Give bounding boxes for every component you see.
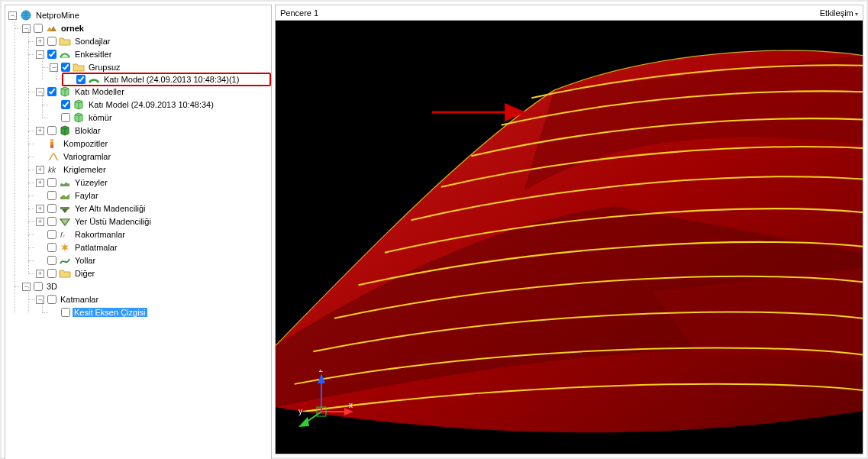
tree-node-yuzeyler[interactable]: + Yüzeyler bbox=[36, 176, 269, 189]
tree-label: Bloklar bbox=[73, 126, 102, 135]
collapse-icon[interactable]: − bbox=[36, 296, 44, 304]
tree-checkbox[interactable] bbox=[34, 282, 43, 291]
composite-icon bbox=[47, 137, 60, 150]
axis-gizmo[interactable]: z x y bbox=[298, 370, 360, 431]
spacer bbox=[50, 309, 58, 317]
tree-checkbox[interactable] bbox=[34, 24, 43, 33]
tree-node-katmanlar[interactable]: − Katmanlar bbox=[36, 293, 269, 305]
tree-label: kömür bbox=[87, 113, 114, 122]
tree-label: NetproMine bbox=[34, 11, 81, 20]
tree-checkbox[interactable] bbox=[47, 295, 56, 304]
tree-label: ornek bbox=[60, 24, 86, 33]
tree-node-yollar[interactable]: Yollar bbox=[36, 254, 269, 267]
tree-node-sondajlar[interactable]: + Sondajlar bbox=[36, 35, 269, 47]
tree-label: Diğer bbox=[73, 269, 96, 278]
block-icon bbox=[59, 124, 71, 137]
svg-text:kk: kk bbox=[48, 166, 56, 174]
tree-node-root[interactable]: − NetproMine bbox=[8, 9, 269, 21]
fitting-icon: fᵣ bbox=[59, 228, 71, 241]
viewport-header: Pencere 1 Etkileşim bbox=[276, 5, 863, 21]
tree-checkbox[interactable] bbox=[47, 217, 56, 226]
section-green-icon bbox=[88, 73, 100, 86]
tree-label: Yollar bbox=[73, 256, 97, 265]
tree-label: Enkesitler bbox=[73, 50, 113, 59]
tree-checkbox[interactable] bbox=[47, 37, 56, 46]
tree-checkbox[interactable] bbox=[47, 204, 56, 213]
tree-checkbox[interactable] bbox=[47, 269, 56, 278]
tree-label: Katı Model (24.09.2013 10:48:34) bbox=[87, 100, 215, 109]
expand-icon[interactable]: + bbox=[36, 127, 44, 135]
tree-node-enkesitler[interactable]: − Enkesitler bbox=[36, 48, 269, 60]
expand-icon[interactable]: + bbox=[36, 270, 44, 278]
viewport-panel: Pencere 1 Etkileşim bbox=[275, 5, 863, 454]
blast-icon bbox=[59, 241, 71, 254]
expand-icon[interactable]: + bbox=[36, 179, 44, 187]
collapse-icon[interactable]: − bbox=[50, 63, 58, 72]
tree-checkbox[interactable] bbox=[47, 243, 56, 252]
app-frame: − NetproMine − bbox=[0, 0, 868, 459]
collapse-icon[interactable]: − bbox=[8, 11, 17, 20]
tree-checkbox[interactable] bbox=[47, 87, 56, 96]
expand-icon[interactable]: + bbox=[36, 166, 44, 174]
tree-node-patlatmalar[interactable]: Patlatmalar bbox=[36, 241, 269, 254]
tree-checkbox[interactable] bbox=[47, 126, 56, 135]
spacer bbox=[50, 101, 58, 109]
tree-label: Katı Modeller bbox=[73, 87, 126, 96]
tree-node-komur[interactable]: kömür bbox=[50, 112, 269, 124]
kriging-icon: kk bbox=[47, 163, 60, 176]
tree-label: Katmanlar bbox=[59, 295, 100, 304]
project-tree-panel[interactable]: − NetproMine − bbox=[5, 5, 272, 459]
tree-checkbox[interactable] bbox=[61, 308, 70, 317]
tree-node-bloklar[interactable]: + Bloklar bbox=[36, 124, 269, 137]
tree-checkbox[interactable] bbox=[47, 191, 56, 200]
solid-icon bbox=[59, 86, 71, 98]
tree-node-katimodel-enkesit[interactable]: Katı Model (24.09.2013 10:48:34)(1) bbox=[65, 73, 240, 86]
tree-node-diger[interactable]: + Diğer bbox=[36, 267, 269, 280]
tree-node-3d[interactable]: − 3D bbox=[22, 280, 269, 293]
tree-node-grupsuz[interactable]: − Grupsuz bbox=[50, 61, 269, 73]
expand-icon[interactable]: + bbox=[36, 37, 44, 46]
tree-node-kesit-eksen[interactable]: Kesit Eksen Çizgisi bbox=[50, 306, 269, 318]
road-icon bbox=[59, 254, 71, 267]
tree-label: Variogramlar bbox=[62, 152, 112, 161]
spacer bbox=[36, 140, 44, 148]
viewport-3d[interactable]: z x y bbox=[276, 21, 863, 454]
tree-node-yeralti[interactable]: + Yer Altı Madenciliği bbox=[36, 202, 269, 215]
tree-node-rakortmanlar[interactable]: fᵣ Rakortmanlar bbox=[36, 228, 269, 241]
section-icon bbox=[59, 48, 71, 60]
tree-checkbox[interactable] bbox=[61, 113, 70, 122]
collapse-icon[interactable]: − bbox=[36, 88, 44, 96]
expand-icon[interactable]: + bbox=[36, 205, 44, 213]
tree-label: Faylar bbox=[73, 191, 100, 200]
tree-checkbox[interactable] bbox=[47, 256, 56, 265]
svg-marker-13 bbox=[298, 417, 309, 427]
tree-node-katimodeller[interactable]: − Katı Modeller bbox=[36, 86, 269, 98]
tree-node-project[interactable]: − ornek bbox=[22, 22, 269, 34]
interaction-dropdown[interactable]: Etkileşim bbox=[820, 8, 858, 18]
spacer bbox=[36, 192, 44, 200]
expand-icon[interactable]: + bbox=[36, 218, 44, 226]
tree-checkbox[interactable] bbox=[61, 100, 70, 109]
tree-node-katimodel[interactable]: Katı Model (24.09.2013 10:48:34) bbox=[50, 99, 269, 111]
tree-node-kompozitler[interactable]: Kompozitler bbox=[36, 137, 269, 150]
tree-node-kriglemeler[interactable]: + kk Kriglemeler bbox=[36, 163, 269, 176]
tree-node-yerustu[interactable]: + Yer Üstü Madenciliği bbox=[36, 215, 269, 228]
folder-icon bbox=[73, 61, 85, 73]
collapse-icon[interactable]: − bbox=[22, 283, 31, 291]
tree-label: Kriglemeler bbox=[62, 165, 108, 174]
svg-rect-2 bbox=[50, 142, 53, 145]
project-tree: − NetproMine − bbox=[7, 9, 269, 318]
spacer bbox=[36, 153, 44, 161]
tree-checkbox[interactable] bbox=[47, 178, 56, 187]
collapse-icon[interactable]: − bbox=[22, 24, 31, 33]
axis-x-label: x bbox=[349, 401, 353, 409]
tree-node-variogramlar[interactable]: Variogramlar bbox=[36, 150, 269, 163]
tree-checkbox[interactable] bbox=[76, 75, 86, 84]
tree-checkbox[interactable] bbox=[47, 230, 56, 239]
collapse-icon[interactable]: − bbox=[36, 50, 44, 59]
tree-checkbox[interactable] bbox=[61, 63, 70, 72]
tree-label: Yer Üstü Madenciliği bbox=[73, 217, 153, 226]
tree-node-faylar[interactable]: Faylar bbox=[36, 189, 269, 202]
tree-label: Rakortmanlar bbox=[73, 230, 127, 239]
tree-checkbox[interactable] bbox=[47, 50, 56, 59]
